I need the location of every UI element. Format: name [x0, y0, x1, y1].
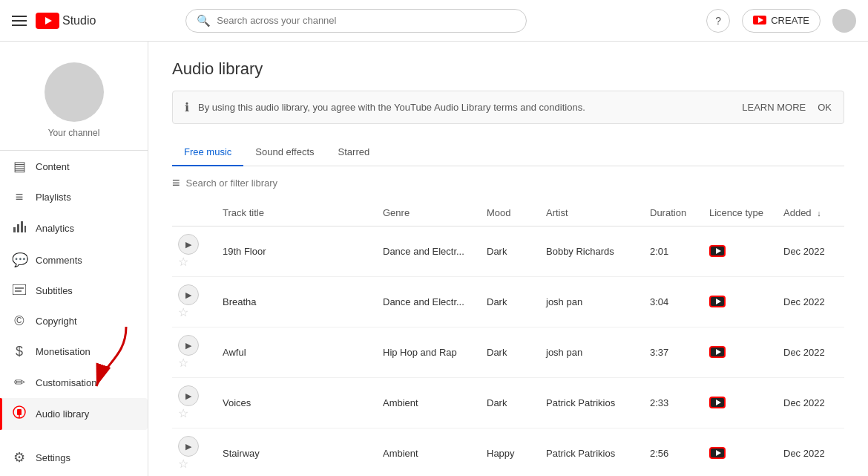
track-title-text: 19th Floor: [223, 246, 266, 257]
yt-license-badge: [709, 346, 726, 358]
main-content: Audio library ℹ By using this audio libr…: [148, 42, 868, 476]
tabs: Free music Sound effects Starred: [172, 139, 844, 166]
table-row: ▶ ☆ Awful Hip Hop and Rap Dark josh pan …: [172, 327, 844, 378]
sidebar-label-content: Content: [36, 161, 70, 172]
yt-license-badge: [709, 245, 726, 257]
settings-icon: ⚙: [12, 449, 27, 466]
header: Studio 🔍 ? CREATE: [0, 0, 868, 42]
star-button[interactable]: ☆: [178, 457, 188, 470]
col-header-genre: Genre: [377, 200, 481, 226]
star-button[interactable]: ☆: [178, 255, 188, 268]
ok-button[interactable]: OK: [818, 102, 832, 113]
sidebar-item-playlists[interactable]: ≡ Playlists: [0, 182, 148, 212]
channel-avatar[interactable]: [45, 62, 104, 122]
row-license: [703, 277, 777, 327]
sidebar-item-monetisation[interactable]: $ Monetisation: [0, 336, 148, 367]
sidebar-label-copyright: Copyright: [36, 316, 77, 327]
row-duration: 2:01: [644, 226, 703, 277]
menu-button[interactable]: [12, 16, 27, 26]
help-button[interactable]: ?: [706, 9, 730, 33]
analytics-icon: [12, 220, 27, 237]
col-header-added[interactable]: Added ↓: [777, 200, 844, 226]
sidebar-item-customisation[interactable]: ✏ Customisation: [0, 367, 148, 398]
sidebar-label-subtitles: Subtitles: [36, 285, 73, 296]
audio-library-icon: [12, 405, 27, 423]
row-license: [703, 378, 777, 428]
filter-row: ≡: [172, 166, 844, 200]
track-title-text: Voices: [223, 397, 251, 408]
sidebar-item-audio-library[interactable]: Audio library: [0, 398, 148, 430]
star-button[interactable]: ☆: [178, 356, 188, 369]
svg-rect-4: [13, 227, 16, 232]
create-button[interactable]: CREATE: [742, 9, 821, 33]
play-button[interactable]: ▶: [178, 284, 199, 305]
filter-input[interactable]: [186, 177, 335, 189]
row-mood: Dark: [481, 226, 540, 277]
col-header-title: Track title: [217, 200, 377, 226]
header-right: ? CREATE: [706, 9, 856, 33]
star-button[interactable]: ☆: [178, 306, 188, 319]
sidebar-item-subtitles[interactable]: Subtitles: [0, 276, 148, 306]
row-duration: 2:56: [644, 428, 703, 477]
studio-logo-text: Studio: [62, 14, 96, 27]
row-artist: josh pan: [540, 327, 644, 378]
play-button[interactable]: ▶: [178, 335, 199, 356]
learn-more-button[interactable]: LEARN MORE: [742, 102, 806, 113]
sidebar-item-analytics[interactable]: Analytics: [0, 212, 148, 244]
row-genre: Hip Hop and Rap: [377, 327, 481, 378]
row-added: Dec 2022: [777, 327, 844, 378]
row-added: Dec 2022: [777, 226, 844, 277]
tab-sound-effects[interactable]: Sound effects: [243, 139, 326, 166]
row-genre: Ambient: [377, 428, 481, 477]
yt-license-badge: [709, 447, 726, 459]
avatar[interactable]: [832, 9, 856, 33]
col-header-mood: Mood: [481, 200, 540, 226]
star-button[interactable]: ☆: [178, 407, 188, 420]
sidebar-label-analytics: Analytics: [36, 223, 74, 234]
row-title: Stairway: [217, 428, 377, 477]
sidebar-label-monetisation: Monetisation: [36, 346, 91, 357]
row-added: Dec 2022: [777, 428, 844, 477]
sidebar-label-playlists: Playlists: [36, 192, 71, 203]
track-table: Track title Genre Mood Artist Duration: [172, 200, 844, 476]
row-title: Breatha: [217, 277, 377, 327]
header-left: Studio: [12, 13, 96, 29]
sidebar-label-audio-library: Audio library: [36, 408, 89, 420]
play-button[interactable]: ▶: [178, 234, 199, 255]
info-icon: ℹ: [185, 100, 189, 114]
row-actions: ▶ ☆: [172, 428, 217, 477]
row-added: Dec 2022: [777, 277, 844, 327]
row-artist: Patrick Patrikios: [540, 378, 644, 428]
comments-icon: 💬: [12, 252, 27, 268]
row-duration: 3:04: [644, 277, 703, 327]
sort-icon: ↓: [817, 209, 821, 218]
row-actions: ▶ ☆: [172, 277, 217, 327]
table-row: ▶ ☆ Voices Ambient Dark Patrick Patrikio…: [172, 378, 844, 428]
row-artist: josh pan: [540, 277, 644, 327]
play-button[interactable]: ▶: [178, 385, 199, 406]
sidebar-item-settings[interactable]: ⚙ Settings: [0, 442, 148, 473]
monetisation-icon: $: [12, 344, 27, 359]
banner-text: By using this audio library, you agree w…: [198, 102, 733, 113]
play-button[interactable]: ▶: [178, 436, 199, 457]
row-genre: Ambient: [377, 378, 481, 428]
row-added: Dec 2022: [777, 378, 844, 428]
sidebar-item-feedback[interactable]: ⚑ Send feedback: [0, 473, 148, 476]
track-table-container: Track title Genre Mood Artist Duration: [172, 200, 844, 476]
sidebar-item-content[interactable]: ▤ Content: [0, 151, 148, 182]
tab-free-music[interactable]: Free music: [172, 139, 243, 166]
row-license: [703, 327, 777, 378]
subtitles-icon: [12, 283, 27, 299]
row-title: Voices: [217, 378, 377, 428]
search-input[interactable]: [217, 15, 516, 26]
table-row: ▶ ☆ 19th Floor Dance and Electr... Dark …: [172, 226, 844, 277]
row-title: Awful: [217, 327, 377, 378]
sidebar-item-copyright[interactable]: © Copyright: [0, 306, 148, 336]
row-artist: Bobby Richards: [540, 226, 644, 277]
create-label: CREATE: [771, 15, 809, 26]
logo[interactable]: Studio: [36, 13, 96, 29]
col-header-artist: Artist: [540, 200, 644, 226]
channel-name: Your channel: [48, 128, 100, 138]
sidebar-item-comments[interactable]: 💬 Comments: [0, 244, 148, 276]
tab-starred[interactable]: Starred: [326, 139, 382, 166]
